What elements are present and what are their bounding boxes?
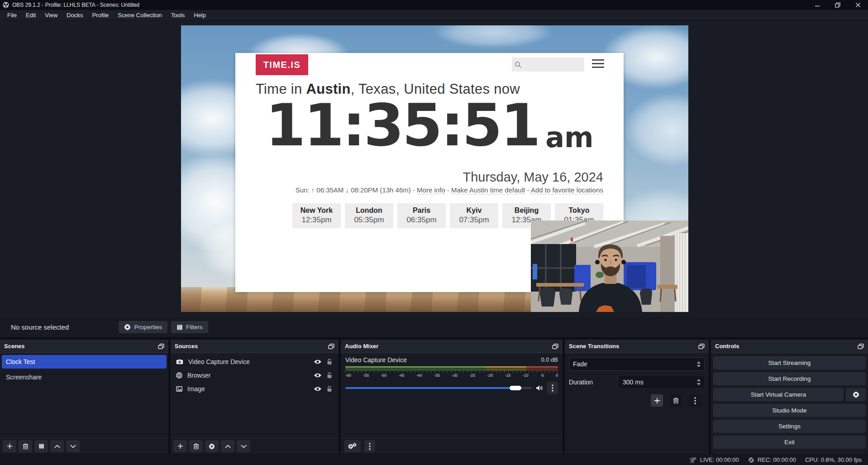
volume-slider[interactable]	[345, 385, 532, 391]
scene-down-button[interactable]	[66, 440, 80, 452]
window-title: OBS 29.1.2 - Profile: LLHLS BETA - Scene…	[12, 2, 139, 8]
image-icon	[176, 386, 182, 392]
studio-mode-button[interactable]: Studio Mode	[713, 404, 866, 417]
lock-icon[interactable]	[327, 372, 332, 379]
scene-filters-button[interactable]	[34, 440, 48, 452]
add-transition-button[interactable]	[651, 394, 663, 407]
visibility-eye-icon[interactable]	[314, 373, 322, 378]
volume-meter-level	[345, 366, 558, 368]
controls-title: Controls	[715, 343, 739, 350]
spin-arrows-icon[interactable]	[697, 379, 701, 385]
volume-meter-scale	[345, 368, 558, 371]
stream-offline-icon	[689, 457, 697, 463]
scene-item-screenshare[interactable]: Screenshare	[2, 370, 167, 384]
source-row-image[interactable]: Image	[171, 382, 339, 396]
popout-icon[interactable]	[552, 344, 558, 349]
properties-button[interactable]: Properties	[119, 321, 167, 333]
preview-canvas[interactable]: TIME.IS Time in Austin, Texas, United St…	[181, 25, 688, 312]
exit-button[interactable]: Exit	[713, 436, 866, 449]
scenes-panel: Scenes Clock Test Screenshare	[0, 340, 168, 454]
scene-transitions-panel: Scene Transitions Fade Duration 300 ms	[565, 340, 709, 454]
source-row-video-capture[interactable]: Video Capture Device	[171, 355, 339, 369]
popout-icon[interactable]	[328, 344, 334, 349]
meter-tick-marks	[345, 371, 558, 373]
sources-toolbar	[171, 438, 339, 454]
popout-icon[interactable]	[858, 344, 864, 349]
settings-button[interactable]: Settings	[713, 420, 866, 433]
visibility-eye-icon[interactable]	[314, 359, 322, 364]
menu-help[interactable]: Help	[189, 10, 210, 20]
clock-row: 11:35:51 am	[235, 96, 624, 154]
source-up-button[interactable]	[221, 440, 234, 452]
controls-panel: Controls Start Streaming Start Recording…	[711, 340, 868, 454]
source-row-browser[interactable]: Browser	[171, 369, 339, 382]
gear-icon	[124, 324, 131, 331]
scene-item-clock-test[interactable]: Clock Test	[2, 355, 167, 369]
mixer-menu-button[interactable]	[364, 440, 375, 452]
cloud	[625, 93, 688, 166]
menu-edit[interactable]: Edit	[21, 10, 40, 20]
menu-docks[interactable]: Docks	[62, 10, 87, 20]
menu-profile[interactable]: Profile	[87, 10, 113, 20]
volume-slider-handle[interactable]	[510, 386, 521, 390]
start-virtual-camera-button[interactable]: Start Virtual Camera	[713, 388, 844, 401]
city-card: Kyiv07:35pm	[450, 203, 498, 228]
live-status: LIVE: 00:00:00	[689, 456, 739, 463]
scenes-toolbar	[0, 438, 168, 454]
city-card: London05:35pm	[345, 203, 393, 228]
make-default-link: Make Austin time default	[451, 186, 525, 194]
menu-file[interactable]: File	[3, 10, 21, 20]
restore-button[interactable]	[827, 0, 848, 10]
webcam-source[interactable]	[531, 221, 688, 312]
city-card: Paris06:35pm	[397, 203, 446, 228]
transition-options-button[interactable]	[689, 394, 701, 407]
mixer-channel-name: Video Capture Device	[345, 356, 407, 364]
status-bar: LIVE: 00:00:00 REC: 00:00:00 CPU: 0.6%, …	[0, 454, 868, 465]
add-scene-button[interactable]	[3, 440, 16, 452]
cpu-fps-status: CPU: 0.6%, 30.00 fps	[805, 456, 862, 463]
filters-button[interactable]: Filters	[171, 321, 208, 333]
city-card: New York12:35pm	[292, 203, 341, 228]
obs-logo-icon	[3, 2, 9, 8]
start-recording-button[interactable]: Start Recording	[713, 372, 866, 385]
add-source-button[interactable]	[173, 440, 187, 452]
clock-meridiem: am	[545, 124, 593, 152]
start-streaming-button[interactable]: Start Streaming	[713, 356, 866, 369]
lock-icon[interactable]	[327, 359, 332, 365]
more-info-link: More info	[417, 186, 445, 194]
advanced-audio-button[interactable]	[344, 440, 361, 452]
source-properties-button[interactable]	[205, 440, 219, 452]
scene-up-button[interactable]	[50, 440, 64, 452]
visibility-eye-icon[interactable]	[314, 386, 322, 392]
record-disc-icon	[748, 457, 754, 463]
menu-scene-collection[interactable]: Scene Collection	[113, 10, 167, 20]
lock-icon[interactable]	[327, 386, 332, 392]
popout-icon[interactable]	[698, 344, 705, 349]
remove-scene-button[interactable]	[19, 440, 32, 452]
combo-chevrons-icon	[697, 361, 701, 367]
source-down-button[interactable]	[237, 440, 250, 452]
duration-spinbox[interactable]: 300 ms	[618, 375, 705, 389]
popout-icon[interactable]	[158, 344, 164, 349]
menu-view[interactable]: View	[40, 10, 62, 20]
search-icon	[515, 61, 522, 68]
hamburger-menu-icon	[592, 59, 604, 70]
mixer-options-button[interactable]	[547, 382, 558, 394]
window-buttons	[807, 0, 868, 10]
search-input[interactable]	[522, 61, 576, 68]
audio-mixer-title: Audio Mixer	[345, 343, 378, 350]
remove-transition-button[interactable]	[670, 394, 682, 407]
menu-tools[interactable]: Tools	[167, 10, 189, 20]
globe-icon	[176, 372, 182, 379]
main-area: TIME.IS Time in Austin, Texas, United St…	[0, 21, 868, 317]
speaker-icon[interactable]	[536, 385, 543, 391]
audio-mixer-panel: Audio Mixer Video Capture Device 0.0 dB …	[341, 340, 563, 454]
minimize-button[interactable]	[807, 0, 827, 10]
close-button[interactable]	[848, 0, 868, 10]
virtual-camera-config-button[interactable]	[846, 388, 866, 401]
mixer-toolbar	[341, 438, 563, 454]
remove-source-button[interactable]	[189, 440, 203, 452]
title-bar: OBS 29.1.2 - Profile: LLHLS BETA - Scene…	[0, 0, 868, 10]
transition-select[interactable]: Fade	[569, 357, 705, 371]
filter-icon	[176, 324, 183, 331]
